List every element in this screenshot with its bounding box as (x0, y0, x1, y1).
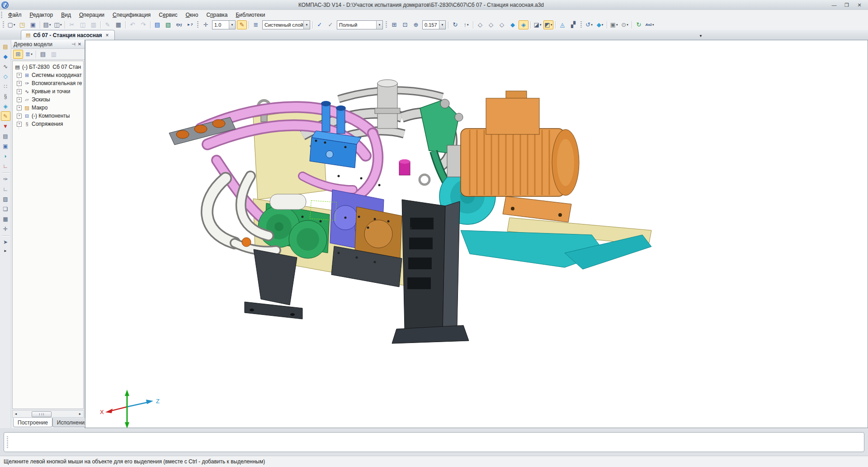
rotate-model-dropdown-icon[interactable]: ▾ (591, 23, 593, 27)
save-document-button[interactable]: ▣ (28, 20, 38, 29)
menu-item-8[interactable]: Библиотеки (231, 10, 269, 19)
tree-item-1[interactable]: +✑Вспомогательная ге (13, 79, 83, 87)
tree-root-row[interactable]: ▤ (-) БТ-2830 Сб 07 Стан (13, 63, 83, 71)
print-dropdown-icon[interactable]: ▾ (49, 23, 51, 27)
zoom-frame-button[interactable]: ⊞ (389, 20, 399, 29)
variables-button[interactable]: ▧ (163, 20, 173, 29)
toolbar-grip[interactable] (3, 21, 4, 29)
tree-item-6[interactable]: +§Сопряжения (13, 120, 83, 128)
new-part-window-icon[interactable]: ▤ (1, 42, 10, 51)
points-array-icon[interactable]: ∷ (1, 81, 10, 91)
section-display-button[interactable]: ▞ (568, 20, 578, 29)
document-tab[interactable]: ▤ Сб 07 - Станция насосная × (21, 30, 115, 40)
rotate-model-button[interactable]: ↺▾ (584, 20, 594, 29)
toolbar-grip[interactable] (197, 21, 198, 29)
pin-icon[interactable]: ⊤ (71, 42, 76, 47)
layers-button[interactable]: ≣ (251, 20, 261, 29)
tab-construction[interactable]: Построение (13, 418, 52, 427)
layer-select-arrow-icon[interactable]: ▼ (303, 21, 310, 29)
expand-icon[interactable]: + (17, 122, 22, 127)
spline-curve-icon[interactable]: ∿ (1, 62, 10, 71)
document-manager-button[interactable]: ▤ (152, 20, 162, 29)
tab-overflow-icon[interactable]: ▼ (699, 34, 703, 38)
specification-icon[interactable]: ▤ (1, 131, 10, 141)
measure-area-icon[interactable]: ▨ (1, 194, 10, 204)
magnifier-dropdown-icon[interactable]: ▾ (627, 23, 628, 27)
context-help-button[interactable]: ►? (185, 20, 195, 29)
surface-icon[interactable]: ◇ (1, 71, 10, 81)
tree-item-4[interactable]: +▨Макро (13, 104, 83, 112)
rebuild-model-button[interactable]: ↻ (634, 20, 644, 29)
zoom-area-button[interactable]: ⊡ (400, 20, 410, 29)
pan-view-dropdown-icon[interactable]: ▾ (467, 23, 469, 27)
tree-horizontal-scrollbar[interactable]: ◄ ► (12, 410, 84, 418)
spreadsheet-button[interactable]: ▦ (113, 20, 123, 29)
toolbar-grip[interactable] (386, 21, 387, 29)
rail-expand-icon[interactable]: ► (4, 249, 7, 253)
mass-properties-icon[interactable]: ❏ (1, 204, 10, 214)
hide-lines-thin-button[interactable]: ◩▾ (543, 20, 553, 29)
menu-item-6[interactable]: Окно (181, 10, 202, 19)
conditional-marks-icon[interactable]: ◗ (1, 151, 10, 161)
dimensions-3d-icon[interactable]: ∟ (1, 161, 10, 171)
cursor-step-value-combo[interactable]: 1.0▼ (212, 20, 236, 29)
minimize-button[interactable]: — (831, 2, 837, 8)
tree-item-2[interactable]: +∿Кривые и точки (13, 87, 83, 95)
hide-lines-button[interactable]: ◪▾ (533, 20, 542, 29)
menu-grip[interactable] (1, 12, 2, 18)
tree-close-icon[interactable]: ✕ (77, 42, 82, 47)
filter-objects-icon[interactable]: ▼ (1, 121, 10, 131)
print-button[interactable]: ▤▾ (42, 20, 52, 29)
snap-settings-button[interactable]: ✎ (237, 20, 247, 29)
scroll-left-icon[interactable]: ◄ (13, 412, 19, 415)
functions-button[interactable]: f(x) (174, 20, 184, 29)
sheet-metal-icon[interactable]: ◈ (1, 101, 10, 111)
tree-item-0[interactable]: +⊞Системы координат (13, 71, 83, 79)
cursor-step-value-arrow-icon[interactable]: ▼ (229, 21, 235, 29)
deviation-check-icon[interactable]: ➤ (1, 237, 10, 247)
orient-front-button[interactable]: ◇ (486, 20, 496, 29)
model-3d[interactable] (85, 40, 868, 428)
mates-tool-icon[interactable]: § (1, 91, 10, 101)
tree-composition-dropdown-icon[interactable]: ▾ (31, 52, 33, 56)
scroll-track[interactable] (19, 411, 77, 416)
property-bar-box[interactable] (4, 432, 864, 452)
mate-check-button[interactable]: ✓ (315, 20, 325, 29)
expand-icon[interactable]: + (17, 97, 22, 102)
annotation-scale-button[interactable]: A±1▾ (645, 20, 655, 29)
expand-icon[interactable]: + (17, 114, 22, 119)
perspective-button[interactable]: ◬ (557, 20, 567, 29)
document-tab-close-icon[interactable]: × (105, 32, 110, 38)
refresh-image-button[interactable]: ↻ (450, 20, 460, 29)
print-3d-icon[interactable]: ▦ (1, 214, 10, 224)
hide-lines-dropdown-icon[interactable]: ▾ (540, 23, 542, 27)
expand-icon[interactable]: + (17, 81, 22, 86)
orient-xyz-button[interactable]: ◇ (475, 20, 485, 29)
display-shaded-button[interactable]: ◆ (508, 20, 518, 29)
tree-composition-button[interactable]: ≣▾ (24, 50, 34, 59)
menu-item-4[interactable]: Спецификация (108, 10, 155, 19)
expand-icon[interactable]: + (17, 73, 22, 78)
model-appearance-dropdown-icon[interactable]: ▾ (602, 23, 604, 27)
menu-item-7[interactable]: Справка (202, 10, 231, 19)
zoom-scale-combo[interactable]: 0.157▼ (422, 20, 446, 29)
model-viewport[interactable]: X Z Y (85, 40, 868, 428)
snapshot-button[interactable]: ▣▾ (609, 20, 619, 29)
zoom-in-button[interactable]: ⊕ (411, 20, 421, 29)
print-preview-button[interactable]: ◫▾ (53, 20, 63, 29)
pan-view-button[interactable]: ↑▾ (461, 20, 471, 29)
tree-structure-view-button[interactable]: ⊞ (13, 50, 23, 59)
new-document-dropdown-icon[interactable]: ▾ (14, 23, 15, 27)
detail-level-select-arrow-icon[interactable]: ▼ (376, 21, 382, 29)
scroll-right-icon[interactable]: ► (77, 412, 83, 415)
toolbar-grip[interactable] (580, 21, 582, 29)
annotation-scale-dropdown-icon[interactable]: ▾ (652, 23, 654, 27)
expand-icon[interactable]: + (17, 89, 22, 94)
tree-report-button[interactable]: ▤ (38, 50, 48, 59)
magnifier-button[interactable]: ⊙▾ (620, 20, 630, 29)
close-button[interactable]: ✕ (856, 2, 863, 8)
menu-item-0[interactable]: Файл (4, 10, 26, 19)
snapshot-dropdown-icon[interactable]: ▾ (616, 23, 618, 27)
tree-item-3[interactable]: +▱Эскизы (13, 95, 83, 104)
display-shaded-edges-button[interactable]: ◈ (519, 20, 528, 29)
